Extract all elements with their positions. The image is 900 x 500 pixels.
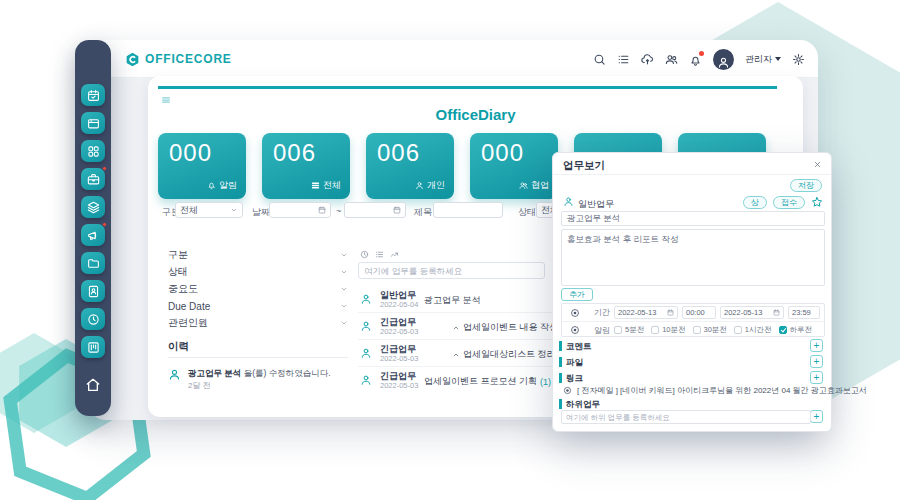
task-description-textarea[interactable]: 홍보효과 분석 후 리포트 작성 [561, 229, 825, 286]
start-date-input[interactable]: 2022-05-13 [614, 306, 678, 319]
status-button[interactable]: 접수 [773, 196, 805, 209]
period-label: 기간 [594, 307, 614, 318]
list-solid-icon [311, 181, 320, 190]
checkbox[interactable] [779, 326, 787, 334]
chevron-down-icon [340, 319, 348, 327]
priority-button[interactable]: 상 [743, 196, 767, 209]
calendar-check-icon [87, 89, 100, 102]
clock-icon[interactable] [360, 250, 369, 259]
filter-row-people[interactable]: 관련인원 [168, 316, 348, 330]
end-date-input[interactable]: 2022-05-13 [720, 306, 784, 319]
stat-value: 000 [470, 133, 558, 165]
users-icon[interactable] [665, 53, 678, 66]
target-icon [570, 325, 580, 335]
alarm-label: 알림 [594, 325, 614, 336]
subtask-input[interactable] [561, 410, 811, 424]
user-name: 관리자 [745, 53, 772, 66]
divider [168, 357, 348, 358]
link-item[interactable]: [ 전자메일 ] [네이버 키워드] 아이티크루님을 위한 2022년 04 월… [563, 385, 867, 396]
app-logo: OFFICECORE [125, 52, 232, 67]
task-title-input[interactable]: 광고업무 분석 [561, 211, 825, 226]
add-file-button[interactable]: + [810, 355, 823, 368]
person-icon [415, 181, 424, 190]
sidebar-item-contacts[interactable] [81, 280, 105, 302]
end-time-input[interactable]: 23:59 [788, 306, 820, 319]
task-row[interactable]: 일반업무 2022-05-04 광고업무 분석 [358, 286, 558, 313]
filter-row-status[interactable]: 상태 [168, 265, 348, 279]
avatar[interactable] [713, 49, 734, 70]
search-icon[interactable] [593, 53, 606, 66]
task-row[interactable]: 긴급업무 2022-05-03 업세일이벤트 내용 작성(2개안) [358, 313, 558, 340]
sidebar-item-kanban[interactable] [81, 336, 105, 358]
filter-row-category[interactable]: 구분 [168, 248, 348, 262]
user-caret-icon [775, 57, 781, 61]
layers-icon [87, 201, 100, 214]
filter-row-duedate[interactable]: Due Date [168, 299, 348, 313]
add-button[interactable]: 추가 [561, 288, 593, 301]
task-detail-panel: 업무보기 저장 일반업무 상 접수 광고업무 분석 홍보효과 분석 후 리포트 … [552, 152, 832, 432]
period-row: 기간 2022-05-13 00:00 2022-05-13 23:59 [562, 304, 824, 321]
add-subtask-button[interactable]: + [810, 410, 823, 423]
screen: OFFICECORE 관리자 [0, 0, 900, 500]
sidebar-item-work[interactable] [81, 168, 105, 190]
stat-value: 006 [366, 133, 454, 165]
sidebar-item-schedule[interactable] [81, 308, 105, 330]
filter-date-to[interactable] [344, 202, 406, 218]
stat-card-personal[interactable]: 006 개인 [366, 133, 454, 199]
stat-card-alerts[interactable]: 000 알림 [158, 133, 246, 199]
cloud-sync-icon[interactable] [641, 53, 654, 66]
star-icon[interactable] [811, 196, 823, 208]
gear-icon[interactable] [792, 53, 805, 66]
stat-card-all[interactable]: 006 전체 [262, 133, 350, 199]
task-row[interactable]: 긴급업무 2022-05-03 업세일이벤트 프로모션 기획 (1) [358, 367, 558, 394]
person-icon [563, 196, 574, 207]
page-title: OfficeDiary [148, 106, 803, 123]
filter-row-importance[interactable]: 중요도 [168, 282, 348, 296]
history-timestamp: 2달 전 [188, 380, 211, 391]
filter-date-from[interactable] [269, 202, 331, 218]
calendar-icon [393, 206, 401, 214]
sidebar-item-layers[interactable] [81, 196, 105, 218]
sidebar-item-calendar[interactable] [81, 84, 105, 106]
filter-title-input[interactable] [433, 202, 503, 218]
sidebar-item-announcements[interactable] [81, 224, 105, 246]
notifications-button[interactable] [689, 53, 702, 66]
drag-menu-icon[interactable] [160, 95, 172, 105]
checkbox[interactable] [734, 326, 742, 334]
close-icon[interactable] [813, 160, 822, 169]
stat-value: 000 [158, 133, 246, 165]
contacts-icon [87, 285, 100, 298]
save-button[interactable]: 저장 [790, 179, 822, 192]
kanban-icon [87, 341, 100, 354]
checkbox[interactable] [693, 326, 701, 334]
caret-up-icon [452, 351, 460, 359]
add-link-button[interactable]: + [810, 371, 823, 384]
calendar-icon [318, 206, 326, 214]
accent-divider [158, 86, 777, 89]
calendar-icon [773, 309, 780, 316]
menu-list-icon[interactable] [375, 250, 384, 259]
person-icon [717, 56, 730, 69]
checkbox[interactable] [614, 326, 622, 334]
stat-card-collab[interactable]: 000 협업 [470, 133, 558, 199]
sidebar-item-documents[interactable] [81, 252, 105, 274]
chevron-down-icon [340, 285, 348, 293]
date-separator: ~ [336, 206, 341, 216]
grid-icon [87, 145, 100, 158]
filter-category-select[interactable]: 전체 [175, 202, 243, 218]
menu-list-icon[interactable] [617, 53, 630, 66]
checkbox[interactable] [651, 326, 659, 334]
task-add-input[interactable] [358, 262, 545, 279]
task-row[interactable]: 긴급업무 2022-05-03 업세일대상리스트 정리 [358, 340, 558, 367]
add-comment-button[interactable]: + [810, 339, 823, 352]
user-menu[interactable]: 관리자 [745, 53, 781, 66]
sidebar-item-board[interactable] [81, 112, 105, 134]
caret-up-icon [452, 324, 460, 332]
sidebar-item-apps[interactable] [81, 140, 105, 162]
bell-icon [207, 181, 216, 190]
filter-category-value: 전체 [180, 204, 198, 217]
start-time-input[interactable]: 00:00 [682, 306, 716, 319]
filter-date-label: 날짜 [252, 206, 270, 219]
trend-icon[interactable] [390, 250, 399, 259]
home-icon[interactable] [85, 377, 101, 393]
